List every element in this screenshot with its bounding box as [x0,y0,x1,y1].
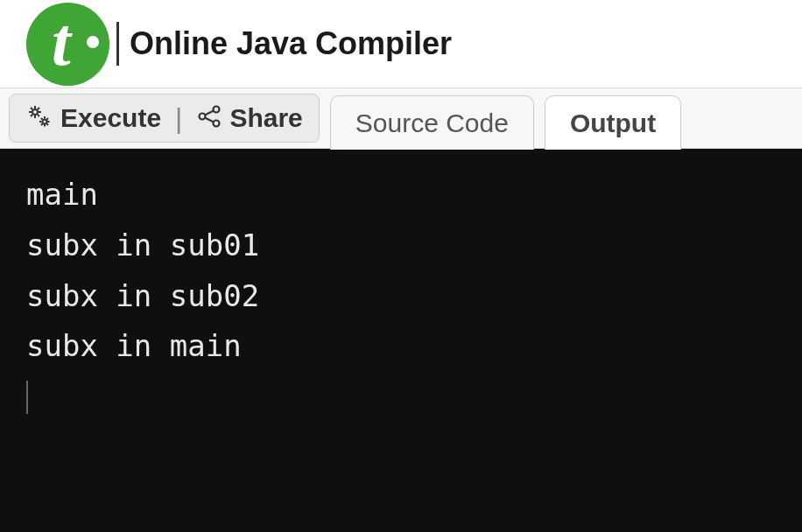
execute-label: Execute [60,103,161,133]
share-button[interactable]: Share [196,103,302,133]
toolbar: Execute | Share Source Code Output [0,88,802,149]
button-separator: | [175,102,182,135]
tab-source-label: Source Code [355,108,509,138]
gears-icon [25,102,53,134]
svg-point-2 [200,114,206,120]
svg-point-3 [214,107,220,113]
logo-dot [87,36,99,48]
output-line: subx in main [26,328,242,363]
svg-point-1 [43,120,47,124]
svg-point-4 [214,121,220,127]
tab-output[interactable]: Output [545,95,681,150]
page-title: Online Java Compiler [130,25,452,62]
tab-output-label: Output [570,108,656,138]
svg-line-5 [205,111,214,116]
logo: t [26,3,109,86]
output-line: subx in sub02 [26,278,259,313]
tab-source-code[interactable]: Source Code [330,95,534,150]
output-panel[interactable]: main subx in sub01 subx in sub02 subx in… [0,149,802,532]
text-cursor [26,381,28,414]
svg-line-6 [205,118,214,122]
svg-point-0 [32,109,38,115]
action-button-group: Execute | Share [9,94,320,143]
execute-button[interactable]: Execute [25,102,161,134]
header-divider [116,22,119,66]
share-icon [196,103,222,133]
header: t Online Java Compiler [0,0,802,88]
logo-letter: t [52,3,71,81]
share-label: Share [229,103,302,133]
output-line: subx in sub01 [26,228,259,262]
output-line: main [26,177,98,212]
